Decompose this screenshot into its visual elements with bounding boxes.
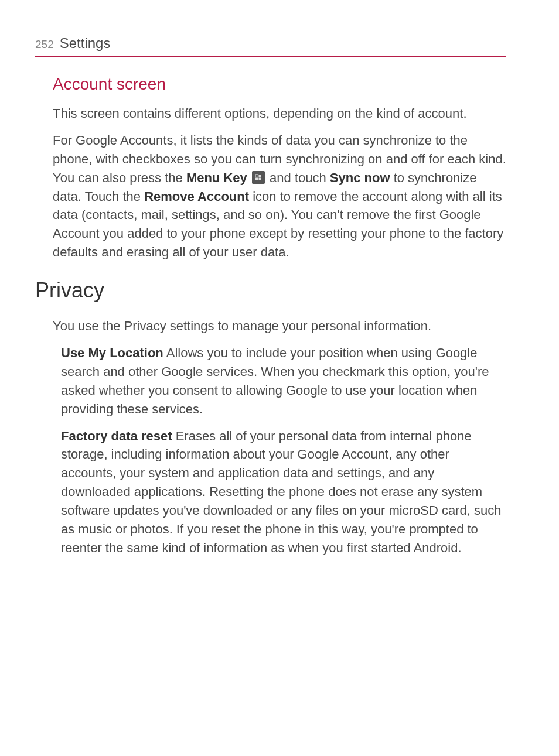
privacy-heading: Privacy (35, 278, 506, 303)
svg-rect-1 (258, 175, 261, 177)
svg-rect-2 (255, 177, 258, 180)
account-screen-para2: For Google Accounts, it lists the kinds … (53, 131, 506, 262)
account-screen-para1: This screen contains different options, … (53, 104, 506, 123)
svg-rect-0 (255, 175, 258, 177)
para2-text-b: and touch (266, 170, 330, 185)
account-screen-heading: Account screen (53, 75, 506, 94)
page-content: Account screen This screen contains diff… (35, 75, 506, 557)
use-my-location-label: Use My Location (61, 345, 163, 360)
menu-key-icon (252, 171, 265, 184)
sync-now-label: Sync now (330, 170, 390, 185)
factory-data-reset-text: Erases all of your personal data from in… (61, 429, 501, 555)
factory-data-reset-label: Factory data reset (61, 429, 172, 443)
page-number: 252 (35, 38, 54, 51)
factory-data-reset-item: Factory data reset Erases all of your pe… (53, 427, 506, 557)
page-header: 252 Settings (35, 35, 506, 57)
privacy-intro: You use the Privacy settings to manage y… (53, 317, 506, 336)
header-title: Settings (60, 35, 111, 52)
remove-account-label: Remove Account (144, 189, 249, 204)
svg-rect-3 (258, 177, 261, 180)
menu-key-label: Menu Key (186, 170, 247, 185)
use-my-location-item: Use My Location Allows you to include yo… (53, 344, 506, 419)
